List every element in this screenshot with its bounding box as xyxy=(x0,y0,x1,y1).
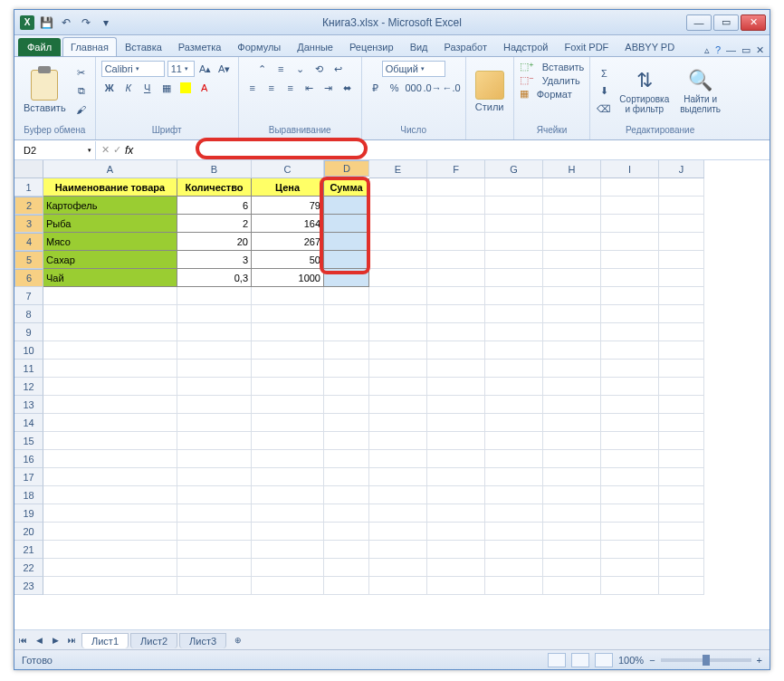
cell-F8[interactable] xyxy=(427,305,485,323)
column-header-I[interactable]: I xyxy=(601,160,659,178)
comma-icon[interactable]: 000 xyxy=(406,80,422,96)
row-header-6[interactable]: 6 xyxy=(14,269,43,287)
cell-G10[interactable] xyxy=(485,341,543,360)
cell-E22[interactable] xyxy=(369,559,427,577)
row-header-7[interactable]: 7 xyxy=(14,287,43,305)
cell-E13[interactable] xyxy=(369,396,427,414)
cell-J17[interactable] xyxy=(659,468,704,486)
cell-G3[interactable] xyxy=(485,215,543,233)
cell-H4[interactable] xyxy=(543,233,601,251)
cell-H3[interactable] xyxy=(543,215,601,233)
cell-I11[interactable] xyxy=(601,360,659,378)
cell-B10[interactable] xyxy=(177,341,252,360)
cell-A13[interactable] xyxy=(43,396,177,414)
cell-F13[interactable] xyxy=(427,396,485,414)
enter-formula-icon[interactable]: ✓ xyxy=(113,144,121,156)
cell-J9[interactable] xyxy=(659,323,704,341)
cell-A8[interactable] xyxy=(43,305,177,323)
cell-J15[interactable] xyxy=(659,432,704,450)
cell-E12[interactable] xyxy=(369,378,427,396)
ribbon-minimize-icon[interactable]: ▵ xyxy=(704,44,710,56)
cell-C13[interactable] xyxy=(252,396,324,414)
sheet-nav-next-icon[interactable]: ▶ xyxy=(47,632,63,648)
sheet-nav-first-icon[interactable]: ⏮ xyxy=(14,632,31,648)
cell-C22[interactable] xyxy=(252,559,324,577)
cell-C16[interactable] xyxy=(252,450,324,468)
cell-F9[interactable] xyxy=(427,323,485,341)
cell-H11[interactable] xyxy=(543,360,601,378)
cell-D20[interactable] xyxy=(324,523,369,541)
cell-G8[interactable] xyxy=(485,305,543,323)
sheet-nav-last-icon[interactable]: ⏭ xyxy=(63,632,80,648)
cell-E1[interactable] xyxy=(369,178,427,197)
cell-A1[interactable]: Наименование товара xyxy=(43,178,177,197)
cell-H13[interactable] xyxy=(543,396,601,414)
cell-H14[interactable] xyxy=(543,414,601,432)
ribbon-tab-10[interactable]: ABBYY PD xyxy=(617,37,683,56)
cell-E19[interactable] xyxy=(369,504,427,523)
ribbon-tab-9[interactable]: Foxit PDF xyxy=(556,37,617,56)
cell-F4[interactable] xyxy=(427,233,485,251)
cell-E8[interactable] xyxy=(369,305,427,323)
zoom-out-icon[interactable]: − xyxy=(649,655,655,666)
cell-B17[interactable] xyxy=(177,468,252,486)
cell-I19[interactable] xyxy=(601,504,659,523)
bold-button[interactable]: Ж xyxy=(101,80,118,96)
cell-B8[interactable] xyxy=(177,305,252,323)
cell-I2[interactable] xyxy=(601,197,659,215)
cell-G23[interactable] xyxy=(485,577,543,595)
fill-color-icon[interactable] xyxy=(177,80,194,96)
cell-A14[interactable] xyxy=(43,414,177,432)
cell-E9[interactable] xyxy=(369,323,427,341)
cell-A10[interactable] xyxy=(43,341,177,360)
ribbon-tab-4[interactable]: Данные xyxy=(289,37,341,56)
autosum-icon[interactable]: Σ xyxy=(596,65,612,82)
copy-icon[interactable]: ⧉ xyxy=(73,83,90,100)
cell-A2[interactable]: Картофель xyxy=(43,197,177,215)
row-header-18[interactable]: 18 xyxy=(14,486,43,504)
column-header-G[interactable]: G xyxy=(485,160,543,178)
cell-I12[interactable] xyxy=(601,378,659,396)
name-box[interactable]: D2▾ xyxy=(14,141,96,159)
cell-D11[interactable] xyxy=(324,360,369,378)
cell-J10[interactable] xyxy=(659,341,704,360)
row-header-10[interactable]: 10 xyxy=(14,341,43,360)
cell-J1[interactable] xyxy=(659,178,704,197)
cell-F2[interactable] xyxy=(427,197,485,215)
cell-I3[interactable] xyxy=(601,215,659,233)
cell-B2[interactable]: 6 xyxy=(177,197,252,215)
paste-button[interactable]: Вставить xyxy=(20,68,70,115)
cell-G12[interactable] xyxy=(485,378,543,396)
undo-icon[interactable]: ↶ xyxy=(58,14,74,31)
cell-E23[interactable] xyxy=(369,577,427,595)
cell-A6[interactable]: Чай xyxy=(43,269,177,287)
cell-A17[interactable] xyxy=(43,468,177,486)
cell-H21[interactable] xyxy=(543,541,601,559)
cell-H12[interactable] xyxy=(543,378,601,396)
wrap-text-icon[interactable]: ↩ xyxy=(330,61,346,77)
clear-icon[interactable]: ⌫ xyxy=(596,101,612,118)
cell-G21[interactable] xyxy=(485,541,543,559)
cell-B12[interactable] xyxy=(177,378,252,396)
row-header-13[interactable]: 13 xyxy=(14,396,43,414)
help-icon[interactable]: ? xyxy=(715,44,721,56)
cell-F6[interactable] xyxy=(427,269,485,287)
cell-J12[interactable] xyxy=(659,378,704,396)
cell-D16[interactable] xyxy=(324,450,369,468)
percent-icon[interactable]: % xyxy=(387,80,403,96)
cell-C10[interactable] xyxy=(252,341,324,360)
merge-icon[interactable]: ⬌ xyxy=(339,80,356,96)
cell-D6[interactable] xyxy=(324,269,369,287)
align-right-icon[interactable]: ≡ xyxy=(282,80,299,96)
cell-F1[interactable] xyxy=(427,178,485,197)
decrease-decimal-icon[interactable]: ←.0 xyxy=(444,80,460,96)
column-header-A[interactable]: A xyxy=(43,160,177,178)
cell-H1[interactable] xyxy=(543,178,601,197)
fx-icon[interactable]: fx xyxy=(125,144,133,157)
sort-filter-button[interactable]: ⇅ Сортировка и фильтр xyxy=(616,67,673,116)
cell-C23[interactable] xyxy=(252,577,324,595)
cell-C4[interactable]: 267 xyxy=(252,233,324,251)
cell-J20[interactable] xyxy=(659,523,704,541)
cell-F18[interactable] xyxy=(427,486,485,504)
font-color-icon[interactable]: A xyxy=(196,80,213,96)
